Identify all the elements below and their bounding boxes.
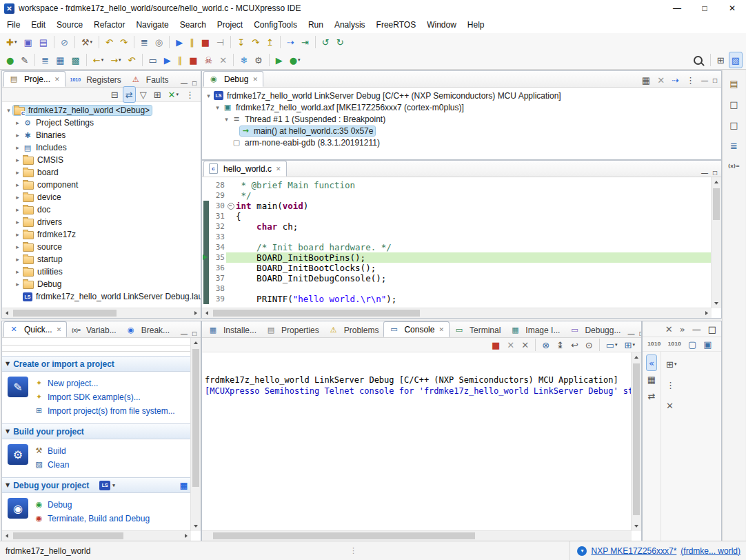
- expand-arrow-icon[interactable]: ▸: [13, 194, 22, 201]
- debug-view-layout-button[interactable]: ▦: [639, 73, 653, 87]
- registers-view-button[interactable]: ≣: [39, 52, 52, 68]
- scroll-down-button[interactable]: [632, 521, 641, 531]
- restore-heap-view-button[interactable]: □: [727, 117, 740, 133]
- save-button[interactable]: ▣: [21, 34, 34, 50]
- scrollbar-thumb[interactable]: [713, 188, 720, 220]
- new-button[interactable]: ✚▾: [3, 34, 19, 50]
- scroll-left-button[interactable]: [202, 308, 212, 318]
- new-launch-config-button[interactable]: ●: [3, 52, 17, 68]
- last-edit-location-button[interactable]: ↶: [125, 52, 139, 68]
- scroll-lock-button[interactable]: ↨: [554, 337, 567, 353]
- menu-help[interactable]: Help: [462, 18, 490, 32]
- project-row-includes[interactable]: ▸▤Includes: [2, 141, 201, 154]
- close-tab-icon[interactable]: ✕: [54, 76, 60, 83]
- close-tab-icon[interactable]: ✕: [57, 326, 62, 333]
- minimize-view-icon[interactable]: —: [179, 330, 190, 337]
- quickstart-tab-break[interactable]: ◉Break...: [121, 323, 174, 337]
- remove-launch-button[interactable]: ✕: [504, 337, 517, 353]
- project-row-binaries[interactable]: ▸✱Binaries: [2, 129, 201, 141]
- project-row-component[interactable]: ▸component: [2, 179, 201, 191]
- step-into-button[interactable]: ↧: [234, 34, 248, 50]
- expand-arrow-icon[interactable]: ▸: [13, 144, 22, 151]
- pane-menu-button[interactable]: ⋮: [663, 377, 678, 393]
- project-link[interactable]: (frdmke... world): [681, 546, 740, 556]
- console-output[interactable]: frdmke17z_hello_world LinkServer Debug […: [202, 352, 641, 541]
- expand-arrow-icon[interactable]: ▸: [13, 206, 22, 213]
- mark-occurrences-button[interactable]: ◎: [152, 34, 165, 50]
- forward-button[interactable]: →▾: [108, 52, 123, 68]
- open-console-button[interactable]: ⊞▾: [622, 337, 638, 353]
- radix-binary-button[interactable]: 1010: [645, 336, 663, 352]
- menu-source[interactable]: Source: [51, 18, 88, 32]
- step-return-button[interactable]: ↥: [263, 34, 276, 50]
- back-button[interactable]: ←▾: [90, 52, 106, 68]
- scrollbar-thumb[interactable]: [633, 363, 640, 515]
- device-link[interactable]: NXP MKE17Z256xxx7*: [591, 546, 676, 556]
- debug-row-main-at-hello-world-c-35-0x57e[interactable]: →main() at hello_world.c:35 0x57e: [202, 125, 721, 137]
- qs-link-import-sdk-example-s[interactable]: ✦Import SDK example(s)...: [34, 391, 175, 403]
- quickstart-tab-variab[interactable]: (x)=Variab...: [67, 323, 121, 337]
- radix-hex-button[interactable]: 1010: [665, 336, 683, 352]
- debug-row-frdmke17z-hello-world-axf-mke17z256xxx7-[interactable]: ▾▣frdmke17z_hello_world.axf [MKE17Z256xx…: [202, 101, 721, 113]
- expand-arrow-icon[interactable]: ▸: [13, 243, 22, 250]
- display-selected-console-button[interactable]: ▭▾: [603, 337, 621, 353]
- menu-analysis[interactable]: Analysis: [329, 18, 371, 32]
- scroll-left-button[interactable]: [2, 308, 12, 318]
- collapse-all-button[interactable]: ⊟: [108, 86, 121, 103]
- editor-tab-hello-world-c[interactable]: chello_world.c✕: [203, 161, 287, 177]
- open-console-view-button[interactable]: ≣: [138, 34, 151, 50]
- scrollbar-thumb[interactable]: [213, 532, 475, 539]
- build-button[interactable]: ⚒▾: [79, 34, 95, 50]
- qs-link-build[interactable]: ⚒Build: [34, 445, 69, 457]
- open-perspective-button[interactable]: ⊞: [714, 52, 727, 68]
- project-row-debug[interactable]: ▸Debug: [2, 278, 201, 290]
- scroll-down-button[interactable]: [191, 521, 201, 531]
- instruction-stepping-button[interactable]: ⇢: [284, 34, 297, 50]
- scroll-up-button[interactable]: [712, 177, 721, 187]
- fold-collapse-icon[interactable]: [228, 203, 234, 210]
- minimize-view-icon[interactable]: —: [699, 169, 710, 177]
- scroll-up-button[interactable]: [191, 338, 201, 348]
- preferences-button[interactable]: ⚙: [252, 52, 265, 68]
- scrollbar-thumb[interactable]: [13, 532, 123, 539]
- close-tab-icon[interactable]: ✕: [276, 166, 281, 172]
- pane-close-button[interactable]: ✕: [663, 397, 676, 414]
- scroll-up-button[interactable]: [632, 352, 641, 362]
- terminate-process-button[interactable]: ■: [489, 337, 503, 353]
- collapse-arrow-icon[interactable]: ▾: [4, 107, 13, 114]
- close-tab-icon[interactable]: ✕: [252, 76, 258, 83]
- expand-arrow-icon[interactable]: ▸: [13, 157, 22, 163]
- qs-section-header-create-or-import-a-project[interactable]: ▼Create or import a project: [2, 356, 191, 372]
- expand-arrow-icon[interactable]: ▸: [13, 219, 22, 226]
- expand-arrow-icon[interactable]: ▸: [13, 281, 22, 288]
- maximize-view-icon[interactable]: □: [711, 77, 719, 84]
- minimize-window-button[interactable]: —: [663, 0, 691, 17]
- close-window-button[interactable]: ✕: [718, 0, 746, 17]
- pe-view-menu-button[interactable]: ⋮: [183, 86, 197, 103]
- project-row-frdmke17z-hello-world-debug[interactable]: ▾Cfrdmke17z_hello_world <Debug>: [2, 104, 201, 117]
- project-explorer-tab-registers[interactable]: 1010Registers: [65, 72, 126, 87]
- clear-console-button[interactable]: ⊗: [539, 337, 552, 353]
- menu-run[interactable]: Run: [303, 18, 329, 32]
- menu-edit[interactable]: Edit: [26, 18, 51, 32]
- probe-grid-icon[interactable]: ▦: [180, 481, 188, 490]
- debug-app-button[interactable]: ●▾: [287, 52, 303, 68]
- project-explorer-tab-faults[interactable]: ⚠Faults: [126, 72, 174, 87]
- project-row-startup[interactable]: ▸startup: [2, 253, 201, 266]
- run-app-button[interactable]: ▶: [273, 52, 285, 68]
- pane-swap-button[interactable]: ⇄: [645, 388, 658, 404]
- expand-arrow-icon[interactable]: ▸: [13, 119, 22, 126]
- new-register-view-button[interactable]: ▢: [685, 336, 699, 352]
- qs-link-debug[interactable]: ◉Debug: [34, 499, 150, 510]
- scroll-down-button[interactable]: [712, 299, 721, 308]
- qs-section-header-debug-your-project[interactable]: ▼Debug your projectLS▾▦: [2, 477, 191, 493]
- scroll-left-button[interactable]: [2, 531, 12, 541]
- peripherals-view-button[interactable]: ▩: [68, 52, 82, 68]
- remove-all-launches-button[interactable]: ✕: [518, 337, 532, 353]
- console-tab-problems[interactable]: ⚠Problems: [324, 323, 384, 337]
- project-row-frdmke17z-hello-world-linkserver-debug-l[interactable]: LSfrdmke17z_hello_world LinkServer Debug…: [2, 290, 201, 303]
- disconnect-button[interactable]: ⊣: [214, 34, 227, 50]
- edit-launch-config-button[interactable]: ✎: [18, 52, 31, 68]
- pin-view-button[interactable]: ▣: [700, 336, 714, 352]
- show-full-paths-button[interactable]: ⇢: [669, 73, 682, 87]
